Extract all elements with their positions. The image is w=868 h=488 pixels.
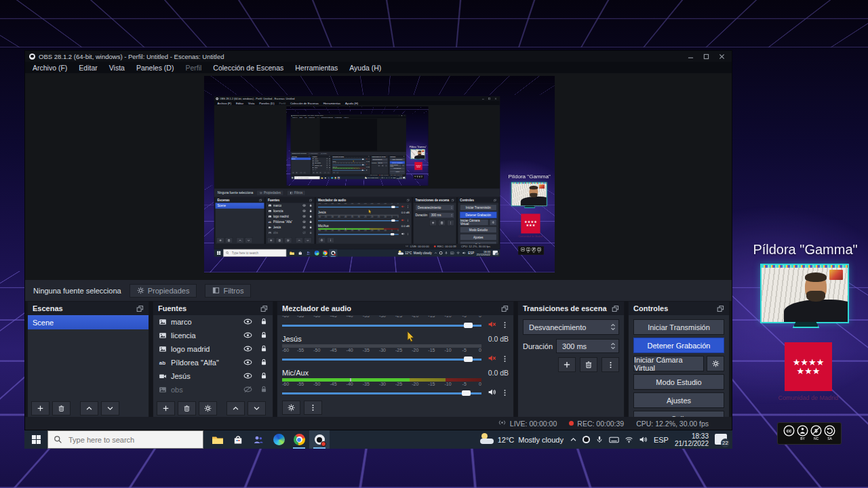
volume-slider[interactable] <box>282 321 481 329</box>
lock-icon[interactable] <box>260 331 268 340</box>
visibility-eye-off-icon[interactable] <box>243 385 252 395</box>
lock-icon[interactable] <box>260 371 268 381</box>
visibility-eye-icon[interactable] <box>243 317 252 327</box>
obs-tray-icon[interactable] <box>583 436 590 443</box>
source-row[interactable]: Jesús <box>153 369 273 383</box>
source-row[interactable]: logo madrid <box>153 342 273 356</box>
menu-coleccion-escenas[interactable]: Colección de Escenas <box>208 63 289 73</box>
mixer-menu-button[interactable] <box>304 401 322 415</box>
source-down-button[interactable] <box>248 401 266 415</box>
lock-icon[interactable] <box>260 385 268 394</box>
preview-slot[interactable]: OBS 28.1.2 (64-bit, windows) - Perfil: U… <box>204 76 555 272</box>
taskbar-search[interactable] <box>47 430 203 449</box>
virtual-camera-settings-button[interactable] <box>707 356 724 371</box>
menu-editar[interactable]: Editar <box>73 63 102 73</box>
channel-menu-button[interactable] <box>501 319 509 331</box>
menu-herramientas[interactable]: Herramientas <box>290 63 343 73</box>
studio-mode-button[interactable]: Modo Estudio <box>633 374 724 390</box>
add-transition-button[interactable] <box>558 357 576 372</box>
stop-recording-button[interactable]: Detener Grabación <box>633 338 724 353</box>
duration-spinbox[interactable]: 300 ms <box>556 339 619 353</box>
maximize-button[interactable] <box>703 54 709 60</box>
source-up-button[interactable] <box>226 401 245 415</box>
remove-source-button[interactable] <box>178 401 196 415</box>
remove-transition-button[interactable] <box>580 357 597 372</box>
properties-button[interactable]: Propiedades <box>130 284 197 298</box>
add-scene-button[interactable] <box>31 401 50 415</box>
volume-slider[interactable] <box>282 355 481 363</box>
source-row[interactable]: marco <box>153 315 273 329</box>
chrome-button[interactable] <box>289 430 309 449</box>
start-button[interactable] <box>24 430 47 449</box>
slider-handle[interactable] <box>464 323 473 328</box>
spin-arrows-icon[interactable] <box>610 342 616 350</box>
slider-handle[interactable] <box>464 357 473 362</box>
visibility-eye-icon[interactable] <box>243 358 252 368</box>
edge-button[interactable] <box>269 430 289 449</box>
menu-vista[interactable]: Vista <box>104 63 130 73</box>
microphone-tray-icon[interactable] <box>595 435 604 444</box>
channel-menu-button[interactable] <box>501 387 509 399</box>
language-indicator: ESP <box>468 251 474 255</box>
slider-handle[interactable] <box>462 390 471 396</box>
menu-ayuda[interactable]: Ayuda (H) <box>344 63 387 73</box>
mute-button[interactable] <box>488 353 496 365</box>
obs-taskbar-button[interactable] <box>309 430 330 449</box>
scene-item[interactable]: Scene <box>28 315 149 329</box>
taskbar-clock[interactable]: 18:33 21/12/2022 <box>675 432 709 447</box>
tick-label: -60 <box>318 230 321 232</box>
clock-date: 21/12/2022 <box>397 178 402 179</box>
controls-header: Controles <box>629 302 729 315</box>
slider-handle <box>391 206 395 208</box>
lock-icon[interactable] <box>260 344 268 354</box>
menu-paneles[interactable]: Paneles (D) <box>131 63 179 73</box>
volume-tray-icon[interactable] <box>639 435 648 444</box>
speaker-icon[interactable] <box>488 387 496 399</box>
transition-select[interactable]: Desvanecimiento <box>523 319 619 335</box>
search-input[interactable] <box>67 435 197 445</box>
touch-keyboard-icon[interactable] <box>609 436 619 444</box>
volume-slider[interactable] <box>282 389 481 397</box>
minimize-button[interactable] <box>688 54 694 60</box>
remove-scene-button[interactable] <box>52 401 71 415</box>
mute-button[interactable] <box>488 319 496 331</box>
scene-up-button[interactable] <box>80 401 98 415</box>
controls-popout-button[interactable] <box>717 305 724 312</box>
language-indicator[interactable]: ESP <box>654 436 669 444</box>
settings-button[interactable]: Ajustes <box>633 392 724 408</box>
weather-widget[interactable]: 12°C Mostly cloudy <box>480 436 564 444</box>
lock-icon[interactable] <box>260 358 268 367</box>
network-wifi-icon[interactable] <box>625 435 633 444</box>
scene-item: Scene <box>216 203 264 208</box>
cpu-fps-stats: CPU: 12.2%, 30.00 fps <box>391 174 402 176</box>
transitions-popout-button[interactable] <box>612 305 619 312</box>
scene-down-button[interactable] <box>101 401 119 415</box>
close-button[interactable] <box>719 54 725 60</box>
source-row[interactable]: obs <box>153 383 273 396</box>
add-source-button[interactable] <box>157 401 175 415</box>
source-row[interactable]: licencia <box>153 329 273 342</box>
transitions-title: Transiciones de escena <box>415 199 449 202</box>
tray-expand-chevron-icon[interactable] <box>570 436 577 443</box>
store-button[interactable] <box>228 430 248 449</box>
action-center-button[interactable]: 22 <box>715 434 728 446</box>
start-virtual-camera-button[interactable]: Iniciar Cámara Virtual <box>633 356 704 371</box>
sources-popout-button[interactable] <box>260 305 268 312</box>
menu-perfil[interactable]: Perfil <box>180 63 207 73</box>
file-explorer-button[interactable] <box>208 430 228 449</box>
transition-menu-button[interactable] <box>601 357 619 372</box>
visibility-eye-icon[interactable] <box>243 344 252 354</box>
start-streaming-button[interactable]: Iniciar Transmisión <box>633 319 724 335</box>
teams-button[interactable] <box>248 430 269 449</box>
mixer-popout-button[interactable] <box>501 305 509 312</box>
mixer-settings-button[interactable] <box>282 401 300 415</box>
channel-menu-button[interactable] <box>501 353 509 365</box>
menu-archivo[interactable]: Archivo (F) <box>27 63 73 73</box>
visibility-eye-icon[interactable] <box>243 331 252 341</box>
source-properties-button[interactable] <box>199 401 217 415</box>
visibility-eye-icon[interactable] <box>243 371 252 382</box>
scenes-popout-button[interactable] <box>136 305 144 312</box>
filters-button[interactable]: Filtros <box>205 284 251 298</box>
source-row[interactable]: ab Píldorea "Alfa" <box>153 356 273 369</box>
lock-icon[interactable] <box>260 317 268 327</box>
